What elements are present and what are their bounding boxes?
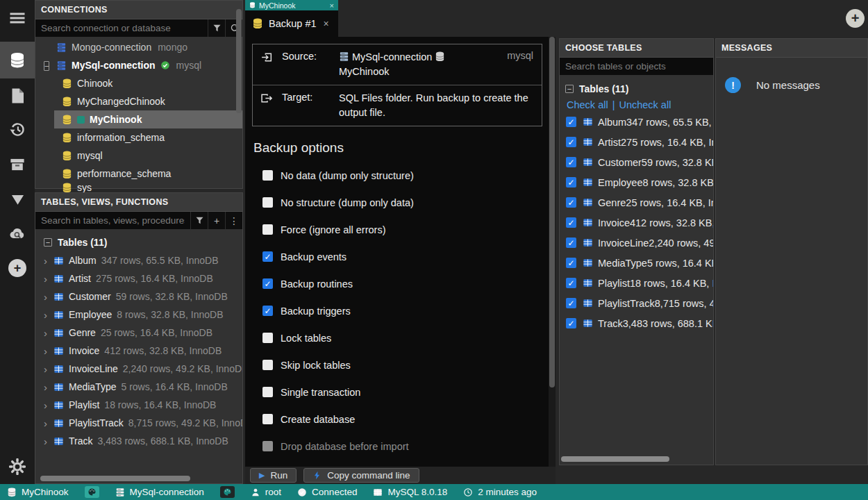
table-row[interactable]: ›Customer59 rows, 32.8 KB, InnoDB: [35, 288, 242, 306]
chevron-right-icon[interactable]: ›: [44, 328, 53, 338]
tables-filter-button[interactable]: [190, 212, 208, 229]
choose-table-row[interactable]: Genre25 rows, 16.4 KB, InnoDB: [560, 192, 713, 212]
checkbox[interactable]: [566, 217, 576, 228]
copy-command-line-button[interactable]: Copy command line: [303, 468, 419, 483]
connections-filter-button[interactable]: [208, 19, 225, 37]
checkbox[interactable]: [262, 197, 273, 208]
editor-scrollbar-thumb[interactable]: [549, 37, 555, 388]
checkbox[interactable]: [262, 414, 273, 424]
choose-table-row[interactable]: Album347 rows, 65.5 KB, InnoDB: [560, 112, 713, 132]
choose-table-row[interactable]: Artist275 rows, 16.4 KB, InnoDB: [560, 132, 713, 152]
table-row[interactable]: ›Artist275 rows, 16.4 KB, InnoDB: [35, 269, 242, 288]
choose-tables-search-input[interactable]: [560, 58, 713, 75]
checkbox[interactable]: [262, 251, 273, 262]
checkbox[interactable]: [566, 177, 576, 188]
option-row[interactable]: Backup routines: [245, 270, 549, 297]
checkbox[interactable]: [262, 333, 273, 343]
choose-group-row[interactable]: − Tables (11): [560, 81, 713, 97]
option-row[interactable]: No data (dump only structure): [245, 162, 549, 189]
rail-item-query[interactable]: [0, 184, 35, 215]
table-row[interactable]: ›Genre25 rows, 16.4 KB, InnoDB: [35, 324, 242, 342]
menu-button[interactable]: [0, 3, 35, 33]
checkbox[interactable]: [566, 117, 576, 127]
checkbox[interactable]: [566, 318, 576, 328]
checkbox[interactable]: [262, 224, 273, 235]
collapse-icon[interactable]: −: [44, 238, 52, 247]
choose-tables-hscrollbar[interactable]: [561, 456, 669, 462]
collapse-icon[interactable]: −: [44, 61, 49, 71]
settings-button[interactable]: [0, 451, 35, 482]
status-connection[interactable]: MySql-connection: [115, 487, 204, 497]
database-row[interactable]: MyChangedChinook: [35, 92, 242, 110]
choose-table-row[interactable]: InvoiceLine2,240 rows, 49.2 KB, InnoDB: [560, 233, 713, 253]
rail-item-files[interactable]: [0, 81, 35, 111]
tables-group-row[interactable]: − Tables (11): [35, 233, 242, 251]
choose-table-row[interactable]: Playlist18 rows, 16.4 KB, InnoDB: [560, 273, 713, 293]
database-row[interactable]: mysql: [35, 147, 242, 165]
uncheck-all-link[interactable]: Uncheck all: [619, 99, 671, 110]
editor-scrollbar-track[interactable]: [549, 37, 556, 467]
chevron-right-icon[interactable]: ›: [44, 382, 53, 392]
checkbox[interactable]: [262, 278, 273, 289]
choose-table-row[interactable]: Customer59 rows, 32.8 KB, InnoDB: [560, 152, 713, 172]
option-row[interactable]: Single transaction: [245, 378, 549, 406]
checkbox[interactable]: [566, 197, 576, 208]
connections-scrollbar[interactable]: [236, 9, 242, 113]
status-database[interactable]: MyChinook: [7, 487, 69, 497]
checkbox[interactable]: [566, 258, 576, 268]
tab-backup[interactable]: Backup #1 ×: [245, 10, 338, 37]
option-row[interactable]: No structure (dump only data): [245, 189, 549, 216]
connections-search-input[interactable]: [35, 19, 208, 37]
checkbox[interactable]: [262, 170, 273, 181]
checkbox[interactable]: [262, 360, 273, 370]
table-row[interactable]: ›Album347 rows, 65.5 KB, InnoDB: [35, 251, 242, 269]
chevron-right-icon[interactable]: ›: [44, 310, 53, 320]
checkbox[interactable]: [566, 157, 576, 167]
option-row[interactable]: Backup events: [245, 243, 549, 270]
database-row-selected[interactable]: MyChinook: [35, 110, 242, 128]
chevron-right-icon[interactable]: ›: [44, 418, 53, 428]
tables-hscrollbar[interactable]: [40, 476, 190, 481]
rail-item-database[interactable]: [0, 42, 35, 78]
option-row[interactable]: Create database: [245, 406, 549, 433]
connection-row[interactable]: Mongo-connection mongo: [35, 38, 242, 56]
chevron-right-icon[interactable]: ›: [44, 364, 53, 374]
choose-table-row[interactable]: Employee8 rows, 32.8 KB, InnoDB: [560, 172, 713, 192]
rail-item-cloud-search[interactable]: [0, 218, 35, 249]
tables-search-input[interactable]: [35, 212, 190, 229]
option-row[interactable]: Drop database before import: [245, 433, 549, 460]
option-row[interactable]: Force (ignore all errors): [245, 216, 549, 243]
chevron-right-icon[interactable]: ›: [44, 400, 53, 410]
run-button[interactable]: ▶Run: [250, 468, 297, 483]
rail-item-history[interactable]: [0, 115, 35, 145]
choose-table-row[interactable]: Track3,483 rows, 688.1 KB, InnoDB: [560, 313, 713, 333]
collapse-icon[interactable]: −: [565, 85, 574, 93]
option-row[interactable]: Skip lock tables: [245, 351, 549, 378]
tables-add-button[interactable]: +: [208, 212, 225, 229]
database-row[interactable]: Chinook: [35, 74, 242, 92]
connection-color-button[interactable]: [220, 486, 235, 498]
new-tab-button[interactable]: +: [846, 9, 865, 28]
chevron-right-icon[interactable]: ›: [44, 292, 53, 302]
chevron-right-icon[interactable]: ›: [44, 346, 53, 356]
check-all-link[interactable]: Check all: [567, 99, 608, 110]
checkbox[interactable]: [566, 298, 576, 308]
connection-row[interactable]: − MySql-connection mysql: [35, 56, 242, 74]
choose-table-row[interactable]: Invoice412 rows, 32.8 KB, InnoDB: [560, 212, 713, 233]
rail-item-add[interactable]: +: [0, 253, 35, 283]
database-row[interactable]: information_schema: [35, 128, 242, 147]
tab-group-chip[interactable]: MyChinook ×: [245, 0, 338, 10]
checkbox[interactable]: [262, 441, 273, 451]
tables-menu-button[interactable]: ⋮: [225, 212, 242, 229]
close-icon[interactable]: ×: [324, 18, 329, 29]
choose-table-row[interactable]: MediaType5 rows, 16.4 KB, InnoDB: [560, 253, 713, 273]
table-row[interactable]: ›PlaylistTrack8,715 rows, 49.2 KB, InnoD…: [35, 414, 242, 432]
rail-item-archive[interactable]: [0, 149, 35, 180]
checkbox[interactable]: [262, 387, 273, 397]
database-row[interactable]: performance_schema: [35, 165, 242, 183]
table-row[interactable]: ›Playlist18 rows, 16.4 KB, InnoDB: [35, 396, 242, 414]
chevron-right-icon[interactable]: ›: [44, 256, 53, 266]
table-row[interactable]: ›Employee8 rows, 32.8 KB, InnoDB: [35, 306, 242, 324]
table-row[interactable]: ›MediaType5 rows, 16.4 KB, InnoDB: [35, 378, 242, 396]
database-row[interactable]: sys: [35, 183, 242, 192]
